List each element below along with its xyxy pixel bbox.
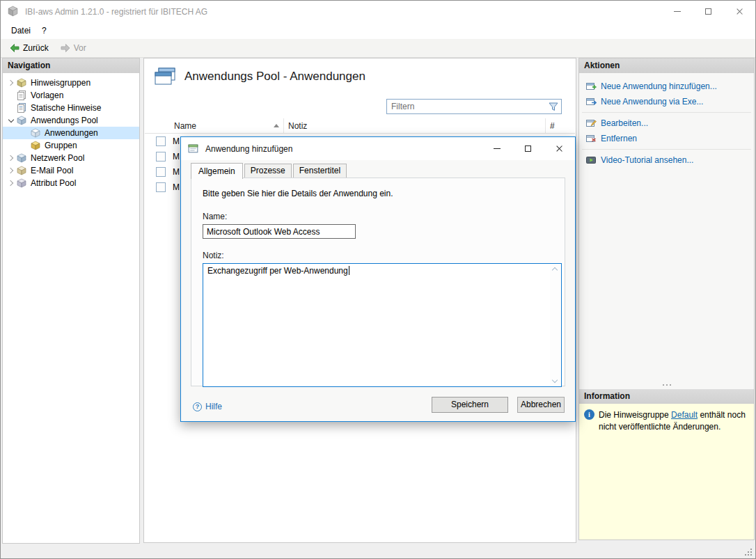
forward-label: Vor [74,43,86,53]
close-icon [556,145,563,152]
anwendungs-pool-icon [16,115,28,126]
tab-fenstertitel[interactable]: Fenstertitel [293,164,347,178]
column-header-count[interactable]: # [546,118,575,133]
name-label: Name: [203,212,553,221]
nav-item-label: E-Mail Pool [31,166,73,175]
filter-input[interactable] [387,102,549,111]
nav-item-email-pool[interactable]: E-Mail Pool [3,164,139,177]
chevron-right-icon[interactable] [6,153,16,163]
save-button[interactable]: Speichern [432,397,508,413]
dialog-tab-content: Bitte geben Sie hier die Details der Anw… [191,178,565,386]
minimize-icon [674,11,681,12]
row-name: M [173,152,180,162]
dialog-controls [481,138,575,159]
nav-item-netzwerk-pool[interactable]: Netzwerk Pool [3,152,139,164]
maximize-button[interactable] [693,1,724,22]
action-new-application-via-exe[interactable]: Neue Anwendung via Exe... [579,94,754,109]
action-bearbeiten[interactable]: Bearbeiten... [579,116,754,131]
anwendungen-icon [30,127,42,139]
row-checkbox[interactable] [156,136,166,146]
window-controls [661,1,755,22]
menu-help[interactable]: ? [36,24,52,38]
chevron-down-icon[interactable] [6,116,16,125]
help-link[interactable]: ? Hilfe [193,402,222,411]
nav-item-anwendungen[interactable]: Anwendungen [3,127,139,139]
nav-item-statische-hinweise[interactable]: Statische Hinweise [3,102,139,114]
scroll-down-icon[interactable] [552,377,558,383]
nav-item-label: Anwendungen [45,128,98,138]
toolbar: Zurück Vor [1,39,755,58]
nav-item-anwendungs-pool[interactable]: Anwendungs Pool [3,114,139,127]
menu-datei[interactable]: Datei [6,24,36,38]
dialog-intro-text: Bitte geben Sie hier die Details der Anw… [203,189,553,198]
action-video-tutorial[interactable]: Video-Tutorial ansehen... [579,152,754,168]
back-button[interactable]: Zurück [5,41,53,55]
dialog-close-button[interactable] [544,138,575,159]
nav-item-label: Vorlagen [31,90,63,100]
row-checkbox[interactable] [156,167,166,177]
action-entfernen[interactable]: Entfernen [579,131,754,146]
notiz-text: Exchangezugriff per Web-Anwendung [207,266,547,384]
nav-item-label: Anwendungs Pool [31,116,98,125]
dialog-titlebar: Anwendung hinzufügen [181,137,575,160]
chevron-right-icon[interactable] [6,166,16,175]
column-label: Name [174,121,196,131]
nav-item-vorlagen[interactable]: Vorlagen [3,89,139,102]
minimize-button[interactable] [661,1,693,22]
navigation-panel: Navigation Hinweisgruppen Vorlagen [2,58,140,544]
row-name: M [173,182,180,192]
action-label: Video-Tutorial ansehen... [601,155,693,165]
menubar: Datei ? [1,22,755,39]
chevron-right-icon[interactable] [6,178,16,188]
information-body: i Die Hinweisgruppe Default enthält noch… [579,404,754,540]
notiz-scrollbar[interactable] [550,265,560,386]
page-title-icon [154,67,176,86]
nav-item-label: Statische Hinweise [31,103,101,113]
nav-item-label: Gruppen [45,141,77,150]
table-header: Name Notiz # [145,118,575,134]
tab-prozesse[interactable]: Prozesse [244,164,292,178]
scroll-up-icon[interactable] [552,267,558,273]
notiz-value: Exchangezugriff per Web-Anwendung [207,266,348,276]
actions-header: Aktionen [579,58,754,73]
filter-box [386,99,562,114]
action-new-application[interactable]: Neue Anwendung hinzufügen... [579,79,754,94]
action-label: Entfernen [601,134,637,143]
netzwerk-pool-icon [16,152,28,164]
dialog-maximize-button[interactable] [512,138,544,159]
nav-item-gruppen[interactable]: Gruppen [3,139,139,152]
row-checkbox[interactable] [156,182,166,192]
app-icon [7,6,19,17]
column-header-notiz[interactable]: Notiz [284,118,546,133]
page-head: Anwendungs Pool - Anwendungen [154,67,365,86]
actions-separator [582,149,751,150]
name-input[interactable] [203,224,356,239]
actions-list: Neue Anwendung hinzufügen... Neue Anwend… [579,73,754,381]
filter-icon[interactable] [549,102,558,111]
dialog-minimize-button[interactable] [481,138,512,159]
forward-button[interactable]: Vor [56,41,90,55]
actions-separator [582,112,751,113]
cancel-button[interactable]: Abbrechen [517,397,565,413]
panel-splitter[interactable] [579,381,754,389]
row-checkbox[interactable] [156,152,166,162]
help-label: Hilfe [205,402,222,411]
nav-item-hinweisgruppen[interactable]: Hinweisgruppen [3,77,139,89]
maximize-icon [705,8,711,15]
chevron-right-icon[interactable] [6,78,16,88]
nav-item-attribut-pool[interactable]: Attribut Pool [3,177,139,189]
minimize-icon [494,148,501,149]
notiz-textarea[interactable]: Exchangezugriff per Web-Anwendung [203,263,562,387]
action-label: Neue Anwendung via Exe... [601,97,703,107]
tree-spacer [19,141,30,150]
tree-spacer [6,103,16,113]
video-tutorial-icon [585,155,597,166]
default-group-link[interactable]: Default [671,410,698,420]
column-header-name[interactable]: Name [170,118,284,133]
action-label: Bearbeiten... [601,118,648,128]
tab-allgemein[interactable]: Allgemein [191,163,243,179]
resize-grip[interactable] [750,549,752,550]
close-button[interactable] [724,1,755,22]
window-title: IBI-aws Admin 1.21.0 - registriert für I… [25,7,207,17]
nav-item-label: Attribut Pool [31,178,76,188]
